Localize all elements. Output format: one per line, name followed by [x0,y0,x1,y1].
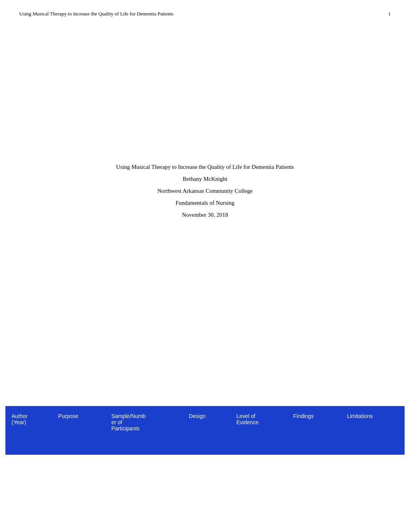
col-sample: Sample/Number ofParticipants [106,406,183,455]
running-head: Using Musical Therapy to Increase the Qu… [0,0,410,17]
submission-date: November 30, 2018 [182,212,228,218]
evidence-table: Author(Year) Purpose Sample/Number ofPar… [5,406,405,455]
course-name: Fundamentals of Nursing [176,200,234,206]
table-header-row: Author(Year) Purpose Sample/Number ofPar… [5,406,405,455]
running-head-page-number: 1 [388,11,391,17]
institution-name: Northwest Arkansas Community College [157,188,252,194]
title-block: Using Musical Therapy to Increase the Qu… [0,164,410,218]
page-container: Using Musical Therapy to Increase the Qu… [0,0,410,532]
col-purpose: Purpose [53,406,106,455]
col-findings: Findings [288,406,342,455]
col-design: Design [183,406,231,455]
col-limitations: Limitations [342,406,405,455]
col-author-year: Author(Year) [5,406,53,455]
evidence-table-wrapper: Author(Year) Purpose Sample/Number ofPar… [0,406,410,455]
author-name: Bethany McKnight [183,176,227,182]
running-head-title: Using Musical Therapy to Increase the Qu… [19,11,173,17]
main-title: Using Musical Therapy to Increase the Qu… [116,164,294,170]
col-level-of-evidence: Level ofEvidence [231,406,288,455]
